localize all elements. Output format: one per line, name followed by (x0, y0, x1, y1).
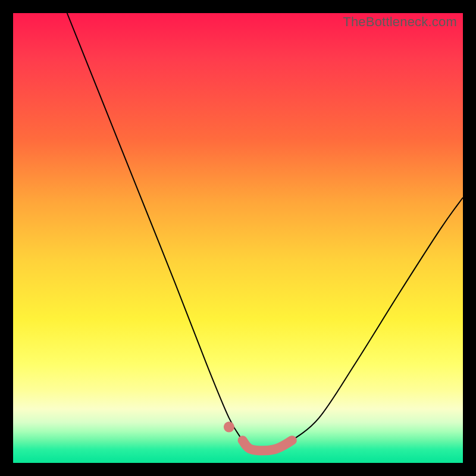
curve-left-limb (67, 13, 243, 440)
chart-frame: TheBottleneck.com (0, 0, 476, 476)
chart-svg (13, 13, 463, 463)
highlighted-range-segment (243, 440, 292, 450)
chart-plot-area: TheBottleneck.com (13, 13, 463, 463)
highlighted-range-dot (224, 422, 234, 433)
curve-right-limb (292, 198, 463, 440)
